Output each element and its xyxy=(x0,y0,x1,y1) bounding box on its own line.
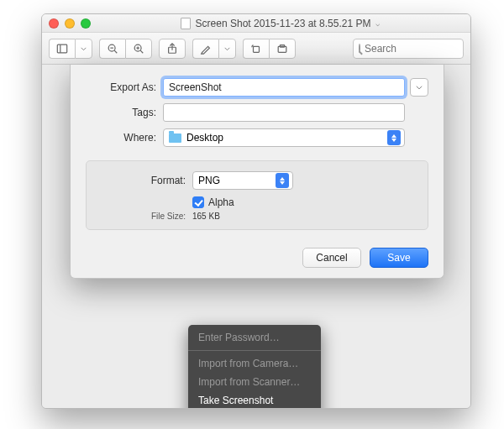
expand-save-panel-button[interactable] xyxy=(410,78,428,97)
close-window-button[interactable] xyxy=(49,18,59,29)
format-label: Format: xyxy=(100,175,192,186)
where-label: Where: xyxy=(86,132,163,144)
title-dropdown-chevron-icon[interactable]: ⌵ xyxy=(375,19,380,28)
where-popup[interactable]: Desktop xyxy=(163,128,405,147)
sidebar-icon[interactable] xyxy=(49,39,75,59)
search-icon xyxy=(359,44,360,53)
zoom-group xyxy=(99,39,152,59)
rotate-left-button[interactable] xyxy=(243,39,269,59)
chevron-down-icon[interactable] xyxy=(75,39,92,59)
tags-label: Tags: xyxy=(86,107,163,118)
rotate-group xyxy=(243,39,296,59)
format-value: PNG xyxy=(198,175,220,186)
checkbox-icon xyxy=(192,196,204,208)
markup-group xyxy=(192,39,236,59)
zoom-window-button[interactable] xyxy=(81,18,91,29)
format-popup[interactable]: PNG xyxy=(192,171,293,190)
menu-item[interactable]: Enter Password… xyxy=(188,328,321,347)
file-size-value: 165 KB xyxy=(192,212,220,221)
window-title-text: Screen Shot 2015-11-23 at 8.55.21 PM xyxy=(196,18,371,29)
folder-icon xyxy=(169,133,181,143)
chevron-down-icon[interactable] xyxy=(218,39,236,59)
popup-arrows-icon xyxy=(276,173,289,188)
sidebar-view-toggle[interactable] xyxy=(49,39,92,59)
menu-item[interactable]: Import from Camera… xyxy=(188,354,321,373)
save-button[interactable]: Save xyxy=(370,248,428,268)
popup-arrows-icon xyxy=(387,130,401,145)
svg-line-3 xyxy=(114,50,117,53)
file-size-label: File Size: xyxy=(100,212,192,221)
tags-input[interactable] xyxy=(163,103,405,122)
share-button[interactable] xyxy=(159,39,186,59)
minimize-window-button[interactable] xyxy=(65,18,75,29)
cancel-button[interactable]: Cancel xyxy=(302,248,361,268)
zoom-out-button[interactable] xyxy=(99,39,125,59)
menu-item[interactable]: Take Screenshot xyxy=(188,391,321,409)
menu-item[interactable]: Import from Scanner… xyxy=(188,373,321,391)
search-field[interactable] xyxy=(353,39,464,59)
svg-rect-10 xyxy=(254,46,260,52)
window-title: Screen Shot 2015-11-23 at 8.55.21 PM ⌵ xyxy=(97,18,464,29)
where-value: Desktop xyxy=(186,132,223,144)
export-as-input[interactable] xyxy=(163,78,405,97)
svg-line-6 xyxy=(140,50,143,53)
context-menu: Enter Password… Import from Camera… Impo… xyxy=(188,325,321,409)
toolbar xyxy=(42,33,470,65)
svg-rect-0 xyxy=(57,44,66,53)
search-input[interactable] xyxy=(365,43,471,55)
annotate-button[interactable] xyxy=(192,39,218,59)
markup-toolbar-button[interactable] xyxy=(269,39,296,59)
format-panel: Format: PNG Alpha File Size: 165 KB xyxy=(86,160,428,230)
titlebar: Screen Shot 2015-11-23 at 8.55.21 PM ⌵ xyxy=(42,14,470,33)
alpha-label: Alpha xyxy=(208,196,234,208)
alpha-checkbox[interactable]: Alpha xyxy=(192,196,234,208)
app-window: Screen Shot 2015-11-23 at 8.55.21 PM ⌵ xyxy=(41,13,471,409)
export-as-label: Export As: xyxy=(86,81,163,93)
dialog-buttons: Cancel Save xyxy=(86,241,428,268)
zoom-in-button[interactable] xyxy=(125,39,152,59)
menu-separator xyxy=(188,350,321,351)
export-sheet: Export As: Tags: Where: Desktop Format: xyxy=(70,65,444,279)
document-icon xyxy=(181,18,191,29)
